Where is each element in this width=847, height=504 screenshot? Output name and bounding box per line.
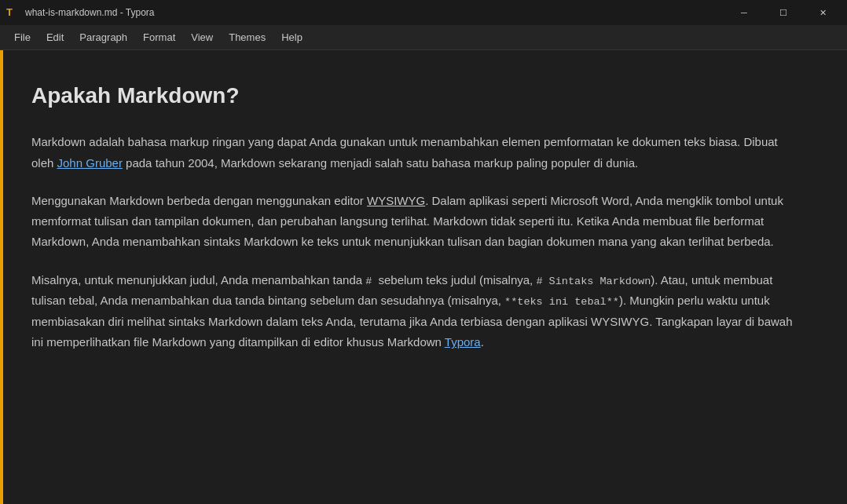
- typora-link[interactable]: Typora: [445, 335, 481, 349]
- app-icon: T: [6, 6, 19, 19]
- menu-format[interactable]: Format: [135, 28, 183, 46]
- titlebar: T what-is-markdown.md - Typora ─ ☐ ✕: [0, 0, 847, 25]
- close-button[interactable]: ✕: [805, 0, 841, 25]
- menu-view[interactable]: View: [183, 28, 221, 46]
- john-gruber-link[interactable]: John Gruber: [57, 156, 123, 170]
- minimize-button[interactable]: ─: [726, 0, 762, 25]
- inline-code-3: **teks ini tebal**: [504, 296, 619, 308]
- page-heading: Apakah Markdown?: [31, 82, 800, 110]
- paragraph-3: Misalnya, untuk menunjukkan judul, Anda …: [31, 270, 800, 353]
- paragraph-1: Markdown adalah bahasa markup ringan yan…: [31, 132, 800, 173]
- paragraph3-text-1: Misalnya, untuk menunjukkan judul, Anda …: [31, 273, 365, 287]
- titlebar-controls: ─ ☐ ✕: [726, 0, 841, 25]
- menu-themes[interactable]: Themes: [221, 28, 273, 46]
- inline-code-1: #: [365, 276, 378, 287]
- titlebar-left: T what-is-markdown.md - Typora: [6, 6, 155, 19]
- paragraph3-text-2: sebelum teks judul (misalnya,: [378, 273, 533, 287]
- menu-file[interactable]: File: [6, 28, 38, 46]
- paragraph3-text-5: .: [481, 335, 484, 349]
- titlebar-title: what-is-markdown.md - Typora: [25, 7, 155, 18]
- paragraph2-text-before: Menggunakan Markdown berbeda dengan meng…: [31, 194, 367, 207]
- maximize-button[interactable]: ☐: [765, 0, 801, 25]
- paragraph-2: Menggunakan Markdown berbeda dengan meng…: [31, 191, 800, 253]
- content-area[interactable]: Apakah Markdown? Markdown adalah bahasa …: [0, 50, 847, 504]
- inline-code-2: # Sintaks Markdown: [536, 276, 651, 287]
- paragraph1-text-after: pada tahun 2004, Markdown sekarang menja…: [123, 156, 638, 170]
- menu-edit[interactable]: Edit: [38, 28, 72, 46]
- menu-help[interactable]: Help: [273, 28, 310, 46]
- wysiwyg-link[interactable]: WYSIWYG: [367, 194, 425, 207]
- menubar: File Edit Paragraph Format View Themes H…: [0, 25, 847, 50]
- left-accent: [0, 50, 3, 504]
- menu-paragraph[interactable]: Paragraph: [72, 28, 135, 46]
